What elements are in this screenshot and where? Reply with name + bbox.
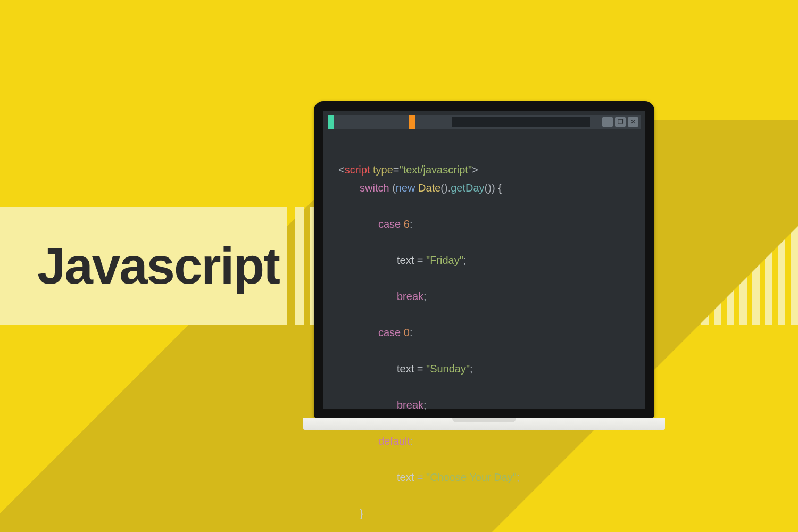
laptop-base	[303, 418, 665, 430]
minimize-button[interactable]: –	[602, 117, 613, 127]
close-button[interactable]: ✕	[628, 117, 638, 127]
title-band: Javascript	[0, 207, 287, 325]
page-title: Javascript	[0, 237, 279, 295]
code-block: <script type="text/javascript"> switch (…	[338, 143, 634, 532]
maximize-button[interactable]: ❐	[615, 117, 626, 127]
window-controls: – ❐ ✕	[602, 117, 638, 127]
tab-indicator-orange	[409, 115, 415, 129]
tab-indicator-green	[328, 115, 334, 129]
window-topbar: – ❐ ✕	[328, 115, 641, 129]
screen-frame: – ❐ ✕ <script type="text/javascript"> sw…	[314, 101, 654, 418]
address-bar[interactable]	[452, 117, 590, 127]
laptop: – ❐ ✕ <script type="text/javascript"> sw…	[314, 101, 654, 430]
editor-screen: – ❐ ✕ <script type="text/javascript"> sw…	[323, 111, 645, 409]
